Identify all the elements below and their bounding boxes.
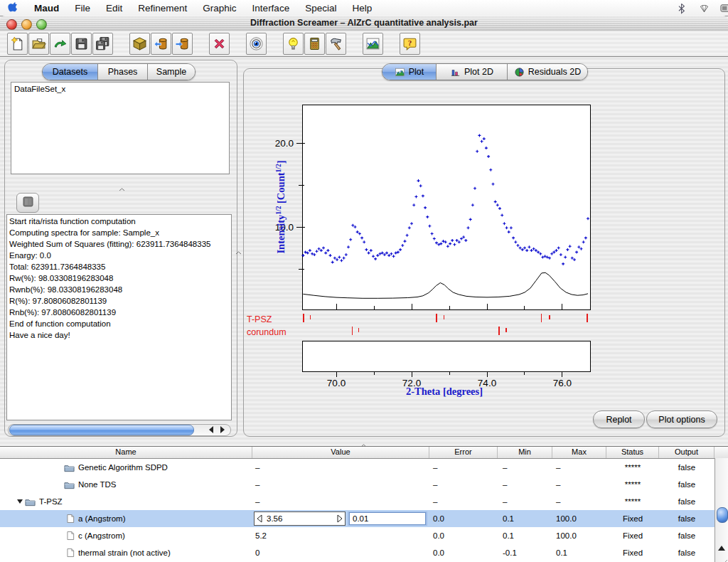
- value-cell[interactable]: 0: [252, 548, 429, 557]
- table-header-row: NameValueErrorMinMaxStatusOutput: [0, 447, 728, 459]
- tab-plot-2d[interactable]: Plot 2D: [437, 64, 508, 80]
- toolbar-eye-view-button[interactable]: [246, 33, 267, 55]
- output-cell: false: [659, 514, 714, 523]
- column-header-status[interactable]: Status: [606, 447, 659, 458]
- scrollbar-thumb[interactable]: [717, 507, 728, 523]
- toolbar-delete-x-button[interactable]: [209, 33, 230, 55]
- tab-residuals-2d[interactable]: Residuals 2D: [508, 64, 587, 80]
- scroll-left-arrow[interactable]: [209, 426, 213, 433]
- value-cell[interactable]: –: [252, 463, 429, 472]
- toolbar-box-3d-button[interactable]: [129, 33, 150, 55]
- output-log[interactable]: Start rita/rista function computationCom…: [6, 214, 232, 420]
- folder-icon: [64, 480, 75, 489]
- column-header-max[interactable]: Max: [552, 447, 606, 458]
- toolbar-open-file-button[interactable]: [28, 33, 49, 55]
- log-horizontal-scrollbar[interactable]: [8, 424, 231, 436]
- stepper-up-button[interactable]: [335, 512, 345, 525]
- plot-tab-bar: PlotPlot 2DResiduals 2D: [382, 63, 588, 80]
- value-cell[interactable]: 5.2: [252, 531, 429, 540]
- menu-graphic[interactable]: Graphic: [195, 0, 244, 16]
- main-toolbar: ?: [0, 31, 728, 57]
- menu-interface[interactable]: Interface: [245, 0, 298, 16]
- battery-icon[interactable]: [720, 2, 728, 14]
- min-cell: –: [498, 463, 552, 472]
- scroll-right-arrow[interactable]: [220, 426, 225, 433]
- svg-text:?: ?: [408, 38, 412, 47]
- table-row[interactable]: a (Angstrom)3.560.010.00.1100.0Fixedfals…: [0, 510, 728, 527]
- scroll-up-arrow[interactable]: [718, 546, 725, 551]
- menu-maud[interactable]: Maud: [26, 0, 67, 16]
- output-cell: false: [659, 497, 714, 506]
- page-icon: [67, 548, 75, 558]
- tab-sample[interactable]: Sample: [148, 64, 195, 80]
- toolbar-calculator-button[interactable]: [304, 33, 325, 55]
- panel-splitter-caret-icon[interactable]: [235, 245, 242, 258]
- toolbar-hammer-tools-button[interactable]: [326, 33, 346, 55]
- menu-help[interactable]: Help: [344, 0, 380, 16]
- toolbar-help-button[interactable]: ?: [400, 33, 420, 55]
- replot-button[interactable]: Replot: [593, 410, 645, 428]
- window-resize-grip[interactable]: [715, 556, 728, 562]
- datasets-panel: DatasetsPhasesSample DataFileSet_x Start…: [4, 60, 237, 437]
- toolbar-chart-button[interactable]: [363, 33, 383, 55]
- tree-view-button[interactable]: [16, 193, 39, 213]
- tree-item-label: Genetic Algorithm SDPD: [78, 463, 168, 472]
- toolbar-light-bulb-button[interactable]: [283, 33, 304, 55]
- menu-refinement[interactable]: Refinement: [130, 0, 195, 16]
- toolbar-db-export-button[interactable]: [172, 33, 193, 55]
- parameter-value-input[interactable]: 3.56: [264, 514, 335, 523]
- column-header-name[interactable]: Name: [0, 447, 252, 458]
- log-line: Rw(%): 98.03308196283048: [9, 272, 229, 284]
- column-header-error[interactable]: Error: [429, 447, 498, 458]
- table-row[interactable]: c (Angstrom)5.20.00.1100.0Fixedfalse: [0, 527, 728, 544]
- toolbar-new-file-button[interactable]: [7, 33, 28, 55]
- table-vertical-scrollbar[interactable]: [714, 458, 728, 562]
- tab-plot[interactable]: Plot: [382, 64, 437, 80]
- hammer-tools-icon: [328, 36, 343, 51]
- column-header-value[interactable]: Value: [252, 447, 429, 458]
- toolbar-save-button[interactable]: [71, 33, 92, 55]
- table-row[interactable]: Genetic Algorithm SDPD––––*****false: [0, 459, 728, 476]
- stepper-down-button[interactable]: [255, 512, 264, 525]
- scrollbar-thumb[interactable]: [9, 425, 194, 435]
- x-tick-label: 70.0: [327, 378, 346, 388]
- output-cell: false: [659, 548, 714, 557]
- status-cell: Fixed: [606, 531, 659, 540]
- bluetooth-icon[interactable]: [676, 2, 688, 14]
- disclosure-triangle-icon[interactable]: [17, 499, 23, 504]
- column-header-min[interactable]: Min: [498, 447, 552, 458]
- log-line: Have a nice day!: [9, 329, 229, 341]
- table-row[interactable]: thermal strain (not active)00.0-0.10.1Fi…: [0, 544, 728, 561]
- max-cell: 100.0: [552, 531, 606, 540]
- tab-datasets[interactable]: Datasets: [43, 64, 98, 80]
- max-cell: –: [552, 463, 606, 472]
- list-item[interactable]: DataFileSet_x: [11, 84, 229, 94]
- column-header-output[interactable]: Output: [659, 447, 714, 458]
- new-file-icon: [10, 36, 25, 51]
- toolbar-save-all-button[interactable]: [92, 33, 113, 55]
- table-row[interactable]: None TDS––––*****false: [0, 476, 728, 493]
- wifi-icon[interactable]: [698, 2, 710, 14]
- parameter-error-input[interactable]: 0.01: [349, 512, 426, 525]
- value-cell[interactable]: –: [252, 497, 429, 506]
- tab-phases[interactable]: Phases: [98, 64, 148, 80]
- splitter-caret-icon[interactable]: [119, 181, 125, 194]
- window-title-bar[interactable]: Diffraction Screamer – AlZrC quantitativ…: [0, 16, 728, 32]
- tab-label: Phases: [108, 67, 138, 77]
- toolbar-db-import-button[interactable]: [151, 33, 171, 55]
- light-bulb-icon: [286, 36, 301, 51]
- toolbar-redo-arrow-button[interactable]: [50, 33, 70, 55]
- menu-file[interactable]: File: [67, 0, 98, 16]
- tree-item-label: c (Angstrom): [78, 531, 125, 540]
- box-3d-icon: [132, 36, 147, 51]
- dataset-list[interactable]: DataFileSet_x: [11, 82, 230, 174]
- value-cell[interactable]: –: [252, 480, 429, 489]
- menu-special[interactable]: Special: [297, 0, 344, 16]
- table-row[interactable]: T-PSZ––––*****false: [0, 493, 728, 510]
- min-cell: 0.1: [498, 514, 552, 523]
- log-line: Enargy: 0.0: [9, 250, 229, 261]
- apple-menu[interactable]: [0, 0, 26, 16]
- plot-options-button[interactable]: Plot options: [646, 410, 717, 428]
- menu-edit[interactable]: Edit: [98, 0, 130, 16]
- error-cell: –: [429, 463, 498, 472]
